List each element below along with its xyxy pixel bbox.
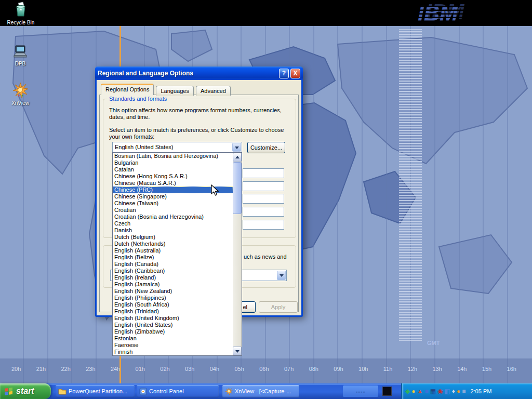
start-label: start	[16, 387, 34, 396]
tray-icon-2[interactable]: ●	[411, 388, 415, 394]
hour-label: 04h	[210, 366, 219, 372]
timezone-hour-scale: 20h21h22h23h24h01h02h03h04h05h06h07h08h0…	[11, 366, 516, 372]
svg-text:IBM: IBM	[418, 1, 458, 25]
language-option[interactable]: Bosnian (Latin, Bosnia and Herzegovina)	[113, 153, 233, 159]
desktop-icon-dpb[interactable]: DPB	[2, 45, 39, 66]
hour-label: 24h	[111, 366, 120, 372]
language-option[interactable]: Faeroese	[113, 342, 233, 349]
language-option[interactable]: Estonian	[113, 335, 233, 342]
taskbar-button-powerquest[interactable]: PowerQuest Partition...	[56, 385, 135, 397]
language-option[interactable]: English (New Zealand)	[113, 288, 233, 295]
control-panel-icon	[139, 388, 147, 395]
language-option[interactable]: Bulgarian	[113, 159, 233, 166]
hour-label: 06h	[259, 366, 269, 372]
language-option[interactable]: Dutch (Netherlands)	[113, 241, 233, 247]
format-instruction: Select an item to match its preferences,…	[109, 127, 292, 140]
language-option[interactable]: English (United Kingdom)	[113, 315, 233, 322]
help-button[interactable]: ?	[279, 69, 289, 78]
dos-window-icon[interactable]	[382, 387, 392, 396]
windows-flag-icon	[4, 387, 14, 396]
language-option[interactable]: English (Jamaica)	[113, 281, 233, 288]
scroll-down-button[interactable]	[233, 347, 242, 355]
language-option[interactable]: Czech	[113, 220, 233, 227]
tray-icon-1[interactable]: ◆	[405, 388, 410, 394]
taskbar-button-control-panel[interactable]: Control Panel	[137, 385, 219, 397]
customize-button[interactable]: Customize...	[247, 142, 285, 153]
language-option[interactable]: Finnish	[113, 349, 233, 355]
ibm-logo: IBM IBM	[413, 0, 496, 26]
language-option[interactable]: Danish	[113, 227, 233, 234]
desktop-icon-xnview[interactable]: XnView	[2, 82, 39, 106]
dialog-titlebar[interactable]: Regional and Language Options ? X	[95, 66, 303, 80]
taskbar-clock: 2:05 PM	[470, 388, 491, 394]
dpb-label: DPB	[2, 61, 39, 66]
xnview-task-icon	[225, 388, 233, 395]
apply-button: Apply	[259, 301, 298, 313]
top-black-bar: Recycle Bin IBM IBM	[0, 0, 532, 26]
hour-label: 12h	[408, 366, 417, 372]
laptop-icon	[12, 45, 29, 59]
language-option[interactable]: English (Philippines)	[113, 295, 233, 301]
recycle-bin-icon	[12, 2, 29, 18]
tab-languages[interactable]: Languages	[156, 86, 193, 96]
sample-field-number	[243, 168, 284, 178]
taskbar-button-label: PowerQuest Partition...	[69, 388, 127, 394]
tray-icon-6[interactable]: ◉	[437, 388, 443, 394]
taskbar-toolbar[interactable]: ----	[343, 385, 378, 397]
hour-label: 11h	[383, 366, 393, 372]
hour-label: 07h	[284, 366, 294, 372]
sample-field-long-date	[243, 220, 284, 230]
close-button[interactable]: X	[290, 69, 300, 78]
tab-regional-options[interactable]: Regional Options	[101, 84, 154, 95]
language-option[interactable]: English (Zimbabwe)	[113, 328, 233, 335]
tray-icon-7[interactable]: ◧	[444, 388, 450, 394]
format-description: This option affects how some programs fo…	[109, 107, 292, 121]
language-option[interactable]: Croatian (Bosnia and Herzegovina)	[113, 214, 233, 220]
tray-icon-5[interactable]: ▦	[430, 388, 436, 394]
list-scrollbar[interactable]	[233, 153, 242, 355]
hour-label: 22h	[61, 366, 70, 372]
tray-icon-9[interactable]: ●	[457, 388, 460, 394]
language-option[interactable]: English (Canada)	[113, 261, 233, 268]
sample-field-currency	[243, 181, 284, 191]
language-dropdown-list: Bosnian (Latin, Bosnia and Herzegovina)B…	[112, 152, 242, 356]
sample-field-time	[243, 194, 284, 204]
combo-dropdown-arrow-icon[interactable]	[232, 143, 241, 152]
language-option[interactable]: Croatian	[113, 207, 233, 214]
language-option[interactable]: English (Australia)	[113, 247, 233, 254]
start-button[interactable]: start	[0, 383, 51, 399]
desktop-icon-recycle-bin[interactable]: Recycle Bin	[2, 2, 39, 25]
language-option[interactable]: English (Ireland)	[113, 274, 233, 281]
xnview-label: XnView	[2, 100, 39, 106]
language-option[interactable]: English (Trinidad)	[113, 308, 233, 315]
format-combobox[interactable]: English (United States)	[112, 142, 242, 153]
mouse-cursor	[211, 184, 223, 197]
language-option[interactable]: Dutch (Belgium)	[113, 234, 233, 241]
scroll-up-button[interactable]	[233, 153, 242, 162]
language-option[interactable]: English (United States)	[113, 322, 233, 328]
tray-icon-10[interactable]: ■	[462, 388, 466, 394]
hour-label: 23h	[86, 366, 95, 372]
scroll-thumb[interactable]	[233, 162, 242, 214]
taskbar-button-label: XnView - [<Capture-...	[235, 388, 291, 394]
tray-icon-3[interactable]: ▲	[417, 388, 423, 394]
hour-label: 08h	[309, 366, 318, 372]
tray-icon-4[interactable]: ■	[424, 388, 428, 394]
tray-icon-8[interactable]: ♦	[452, 388, 455, 394]
tab-advanced[interactable]: Advanced	[196, 86, 231, 96]
hour-label: 05h	[234, 366, 244, 372]
hour-label: 09h	[334, 366, 343, 372]
language-option[interactable]: Chinese (Taiwan)	[113, 200, 233, 207]
gmt-label: GMT	[427, 340, 440, 346]
language-option[interactable]: Chinese (Hong Kong S.A.R.)	[113, 173, 233, 180]
language-option[interactable]: English (South Africa)	[113, 301, 233, 308]
taskbar-button-xnview[interactable]: XnView - [<Capture-...	[222, 385, 299, 397]
hour-label: 16h	[507, 366, 516, 372]
format-combobox-value: English (United States)	[115, 144, 174, 150]
language-option[interactable]: Catalan	[113, 166, 233, 173]
language-option[interactable]: English (Caribbean)	[113, 268, 233, 274]
hour-label: 10h	[358, 366, 368, 372]
hour-label: 14h	[457, 366, 467, 372]
language-option[interactable]: English (Belize)	[113, 254, 233, 261]
combo-dropdown-arrow-icon[interactable]	[277, 271, 286, 280]
